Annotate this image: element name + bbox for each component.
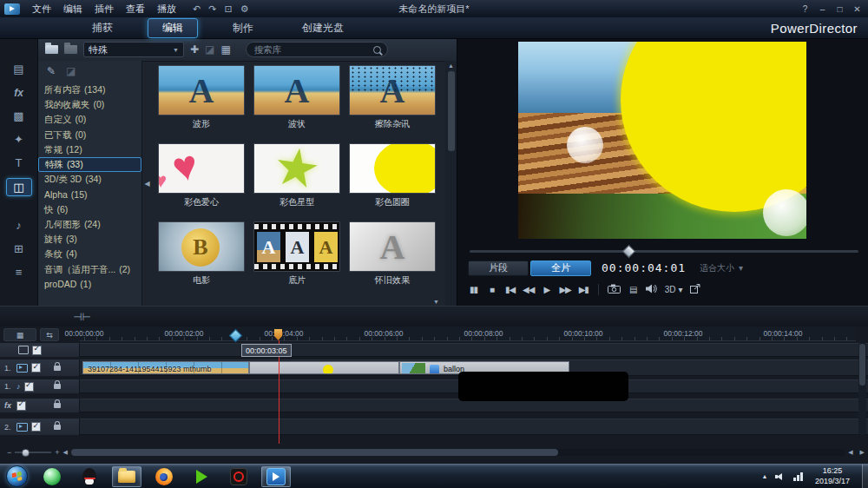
timeline-vertical-scrollbar[interactable]	[858, 343, 866, 435]
seek-track[interactable]	[470, 250, 858, 253]
transition-item-ripple[interactable]: A 波状	[253, 65, 340, 130]
taskbar-explorer-icon[interactable]	[112, 466, 141, 487]
taskbar-qq-icon[interactable]	[75, 466, 104, 487]
timeline-clip-video[interactable]: 39107284-1411954415923 mthumb	[82, 361, 249, 374]
track-enable-checkbox[interactable]	[31, 363, 41, 373]
scrollbar-thumb[interactable]	[859, 344, 865, 386]
zoom-handle[interactable]	[22, 449, 30, 457]
title-room-icon[interactable]: T	[7, 155, 31, 171]
download-media-icon[interactable]	[64, 45, 77, 54]
menu-playback[interactable]: 播放	[151, 3, 182, 16]
next-frame-button[interactable]: ▶▮	[578, 285, 589, 294]
redo-icon[interactable]: ↷	[208, 3, 216, 15]
transition-item-movie[interactable]: B 电影	[158, 221, 245, 287]
scroll-left-icon[interactable]: ◀	[63, 449, 68, 456]
track-enable-checkbox[interactable]	[32, 346, 42, 355]
grid-view-icon[interactable]: ▦	[220, 43, 230, 56]
lock-icon[interactable]	[54, 384, 61, 389]
import-media-icon[interactable]	[45, 45, 58, 54]
network-tray-icon[interactable]	[793, 472, 803, 481]
timeline-zoom-slider[interactable]: − +	[7, 448, 60, 457]
tab-produce[interactable]: 制作	[219, 19, 267, 37]
category-item-geometry[interactable]: 几何图形(24)	[38, 217, 141, 232]
fast-forward-button[interactable]: ▶▶	[559, 285, 570, 294]
maximize-button[interactable]: □	[832, 4, 847, 14]
transition-room-icon[interactable]: ◫	[6, 178, 32, 196]
category-item-downloaded[interactable]: 已下载(0)	[38, 128, 141, 142]
lock-icon[interactable]	[54, 366, 61, 371]
library-scrollbar[interactable]: ▲	[445, 61, 457, 306]
start-button[interactable]	[3, 465, 30, 488]
zoom-in-icon[interactable]: +	[55, 448, 59, 457]
close-button[interactable]: ✕	[850, 4, 865, 14]
transition-item-color-heart[interactable]: 彩色爱心	[158, 143, 245, 208]
scrollbar-thumb[interactable]	[71, 449, 559, 456]
track-enable-checkbox[interactable]	[24, 382, 34, 392]
new-folder-icon[interactable]: ✚	[190, 43, 199, 56]
category-item-rotate[interactable]: 旋转(3)	[38, 232, 141, 247]
scroll-right-icon[interactable]: ▶	[860, 449, 865, 456]
category-item-3d[interactable]: 3D/类 3D(34)	[38, 172, 141, 187]
taskbar-player-icon[interactable]	[187, 466, 216, 487]
show-desktop-button[interactable]	[862, 465, 868, 488]
zoom-track[interactable]	[15, 452, 51, 453]
help-button[interactable]: ?	[798, 4, 812, 14]
tab-edit[interactable]: 编辑	[148, 18, 198, 38]
transition-item-color-star[interactable]: 彩色星型	[253, 143, 340, 208]
category-item-all[interactable]: 所有内容(134)	[38, 82, 141, 97]
stop-button[interactable]: ■	[486, 285, 497, 294]
undock-preview-icon[interactable]	[690, 284, 700, 295]
timeline-horizontal-scrollbar[interactable]	[71, 449, 845, 456]
track-lane-empty[interactable]	[80, 343, 868, 357]
taskbar-recorder-icon[interactable]	[224, 466, 253, 487]
lock-icon[interactable]	[54, 425, 61, 430]
scroll-left-icon[interactable]: ◀	[848, 449, 852, 456]
category-item-stripes[interactable]: 条纹(4)	[38, 247, 141, 261]
snapshot-camera-icon[interactable]	[608, 284, 621, 295]
menu-plugins[interactable]: 插件	[89, 3, 120, 16]
remove-folder-icon[interactable]: ◪	[205, 43, 214, 56]
eraser-icon[interactable]: ◪	[66, 65, 76, 77]
taskbar-firefox-icon[interactable]	[149, 466, 179, 487]
zoom-out-icon[interactable]: −	[7, 448, 11, 457]
taskbar-browser-icon[interactable]	[37, 466, 67, 487]
transition-item-vintage[interactable]: A 怀旧效果	[349, 221, 436, 287]
category-item-audio[interactable]: 音调（适用于音...(2)	[38, 262, 141, 277]
category-item-custom[interactable]: 自定义(0)	[38, 112, 141, 127]
category-dropdown[interactable]: 特殊 ▼	[83, 42, 184, 57]
pip-objects-room-icon[interactable]: ▩	[7, 108, 31, 124]
settings-gear-icon[interactable]: ⚙	[240, 3, 249, 15]
previous-frame-button[interactable]: ▮◀	[504, 285, 516, 294]
category-item-special[interactable]: 特殊(33)	[38, 157, 141, 172]
audio-mixing-room-icon[interactable]: ♪	[7, 217, 31, 234]
video2-track-lane[interactable]	[80, 419, 868, 435]
scroll-up-icon[interactable]: ▲	[448, 63, 454, 69]
menu-view[interactable]: 查看	[120, 3, 151, 16]
taskbar-powerdirector-icon[interactable]	[261, 466, 291, 487]
tab-capture[interactable]: 捕获	[78, 19, 127, 37]
timeline-view-button[interactable]: ⇆	[40, 328, 59, 341]
play-button[interactable]: ▶	[541, 285, 552, 294]
fit-size-dropdown[interactable]: 适合大小 ▾	[700, 262, 743, 274]
timeline-ruler[interactable]: 00:00:00:00 00:00:02:00 00:00:04:00 00:0…	[80, 327, 856, 341]
search-icon[interactable]	[373, 46, 381, 54]
timeline-clip-transition[interactable]	[249, 361, 399, 374]
preview-seek-bar[interactable]	[470, 247, 858, 255]
transition-item-wave[interactable]: A 波形	[158, 65, 245, 130]
subtitle-room-icon[interactable]: ≡	[7, 264, 31, 280]
movie-mode-button[interactable]: 全片	[530, 260, 591, 276]
chapter-room-icon[interactable]: ⊞	[7, 241, 31, 257]
transition-item-erase-noise[interactable]: A 擦除杂讯	[349, 65, 436, 130]
segment-mode-button[interactable]: 片段	[468, 260, 529, 276]
category-item-favorites[interactable]: 我的收藏夹(0)	[38, 97, 141, 112]
3d-mode-button[interactable]: 3D ▾	[665, 285, 683, 294]
particle-room-icon[interactable]: ✦	[7, 131, 31, 148]
rewind-button[interactable]: ◀◀	[523, 285, 534, 294]
scrollbar-thumb[interactable]	[448, 71, 455, 151]
quill-icon[interactable]: ✎	[47, 65, 56, 77]
preview-quality-icon[interactable]: ▤	[628, 285, 639, 294]
category-item-prodad[interactable]: proDAD(1)	[38, 277, 141, 292]
minimize-button[interactable]: –	[815, 4, 830, 14]
effect-room-icon[interactable]: fx	[7, 84, 31, 101]
menu-edit[interactable]: 编辑	[57, 3, 89, 16]
